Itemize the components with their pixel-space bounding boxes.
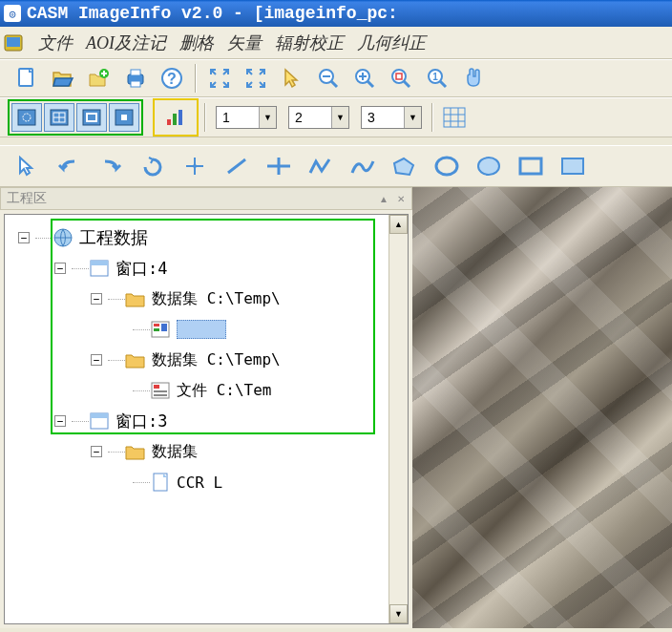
pan-button[interactable]	[458, 63, 489, 94]
redo-button[interactable]	[95, 151, 126, 181]
tree-dataset-row[interactable]: − 数据集 C:\Temp\	[9, 345, 404, 375]
ellipse-tool-button[interactable]	[431, 151, 462, 181]
chart-group	[153, 98, 199, 137]
toolbar-main: ? 1	[0, 59, 672, 97]
svg-rect-22	[121, 115, 127, 120]
undo-button[interactable]	[53, 151, 84, 181]
filled-ellipse-button[interactable]	[473, 151, 504, 181]
curve-tool-button[interactable]	[347, 151, 378, 181]
menu-geometric[interactable]: 几何纠正	[357, 32, 426, 54]
app-menu-icon[interactable]	[2, 32, 25, 53]
svg-rect-36	[154, 324, 159, 327]
zoom-region-button[interactable]	[386, 63, 416, 94]
view-mode-3-button[interactable]	[76, 103, 107, 132]
collapse-icon[interactable]: −	[54, 415, 66, 427]
svg-rect-26	[444, 108, 465, 127]
rotate-button[interactable]	[137, 151, 168, 181]
svg-rect-31	[562, 158, 583, 174]
menu-raster[interactable]: 删格	[179, 32, 214, 54]
histogram-button[interactable]	[162, 102, 189, 133]
band3-value: 3	[362, 110, 404, 125]
collapse-icon[interactable]: −	[91, 354, 102, 366]
tree-dataset-label: 数据集 C:\Temp\	[152, 350, 281, 370]
zoom-full-button[interactable]: 1	[422, 63, 452, 94]
tree-dataset-row[interactable]: − 数据集	[9, 436, 404, 467]
cross-tool-button[interactable]	[263, 151, 294, 181]
view-mode-4-button[interactable]	[109, 103, 139, 132]
collapse-icon[interactable]: −	[18, 232, 30, 243]
grid-button[interactable]	[439, 102, 470, 133]
band2-dropdown[interactable]: 2 ▼	[288, 106, 349, 129]
zoom-in-button[interactable]	[349, 63, 380, 94]
panel-title: 工程区	[7, 190, 47, 207]
tree-window-label: 窗口:4	[116, 258, 167, 280]
toolbar-separator	[431, 103, 433, 132]
toolbar-separator	[204, 103, 206, 132]
fit-window-button[interactable]	[204, 63, 235, 94]
line-tool-button[interactable]	[221, 151, 252, 181]
panel-min-button[interactable]: ▲	[377, 192, 390, 205]
menu-radiometric[interactable]: 辐射校正	[275, 32, 344, 54]
print-button[interactable]	[120, 63, 151, 94]
tree-dataset-row[interactable]: − 数据集 C:\Temp\	[9, 284, 404, 314]
tree-root-row[interactable]: − 工程数据	[9, 222, 404, 253]
view-mode-2-button[interactable]	[44, 103, 74, 132]
collapse-icon[interactable]: −	[91, 446, 102, 457]
scroll-down-button[interactable]: ▼	[389, 604, 408, 623]
help-button[interactable]: ?	[157, 63, 187, 94]
svg-rect-15	[18, 110, 35, 125]
tree-container: − 工程数据 − 窗口:4 −	[4, 214, 409, 624]
svg-text:?: ?	[167, 71, 177, 87]
collapse-icon[interactable]: −	[54, 263, 66, 274]
svg-rect-38	[161, 324, 167, 331]
rectangle-tool-button[interactable]	[515, 151, 546, 181]
tree-file-row[interactable]: CCR L	[9, 467, 404, 497]
tree-file-label: 文件 C:\Tem	[177, 381, 271, 401]
pointer-button[interactable]	[277, 63, 307, 94]
svg-rect-24	[173, 114, 177, 125]
svg-rect-5	[131, 70, 140, 75]
image-viewport[interactable]	[412, 187, 672, 628]
panel-close-button[interactable]: ✕	[394, 192, 408, 205]
select-tool-button[interactable]	[11, 151, 42, 181]
dropdown-arrow-icon: ▼	[259, 107, 276, 128]
band3-dropdown[interactable]: 3 ▼	[361, 106, 422, 129]
svg-rect-30	[520, 158, 541, 174]
collapse-icon[interactable]: −	[91, 293, 102, 305]
band1-dropdown[interactable]: 1 ▼	[216, 106, 277, 129]
menu-file[interactable]: 文件	[38, 32, 73, 54]
app-icon: ◎	[4, 5, 21, 22]
svg-point-28	[436, 158, 457, 175]
toolbar-view: 1 ▼ 2 ▼ 3 ▼	[0, 97, 672, 137]
view-mode-1-button[interactable]	[11, 103, 42, 132]
tree-file-row[interactable]	[9, 314, 404, 345]
svg-rect-19	[83, 110, 100, 125]
main-area: 工程区 ▲ ✕ − 工程数据 −	[0, 187, 672, 628]
tree-file-row[interactable]: 文件 C:\Tem	[9, 375, 404, 406]
polyline-tool-button[interactable]	[305, 151, 336, 181]
tree-window-row[interactable]: − 窗口:3	[9, 406, 404, 436]
expand-button[interactable]	[241, 63, 271, 94]
scroll-up-button[interactable]: ▲	[389, 215, 408, 234]
filled-rect-button[interactable]	[557, 151, 588, 181]
svg-rect-1	[7, 37, 20, 47]
menu-vector[interactable]: 矢量	[227, 32, 262, 54]
vertical-scrollbar[interactable]: ▲ ▼	[388, 215, 408, 623]
add-layer-button[interactable]	[84, 63, 115, 94]
new-button[interactable]	[11, 63, 42, 94]
app-title: CASM ImageInfo v2.0 - [imageinfo_pc:	[27, 4, 398, 23]
tree-window-label: 窗口:3	[116, 411, 167, 432]
menu-aoi[interactable]: AOI及注记	[86, 32, 166, 54]
svg-rect-37	[154, 328, 159, 331]
svg-text:1: 1	[432, 72, 438, 82]
zoom-out-button[interactable]	[313, 63, 344, 94]
polygon-tool-button[interactable]	[389, 151, 420, 181]
open-button[interactable]	[48, 63, 78, 94]
folder-icon	[125, 289, 146, 308]
add-point-button[interactable]	[179, 151, 210, 181]
toolbar-separator	[195, 64, 197, 93]
window-icon	[89, 259, 110, 278]
tree-window-row[interactable]: − 窗口:4	[9, 253, 404, 284]
project-tree[interactable]: − 工程数据 − 窗口:4 −	[5, 215, 408, 505]
svg-rect-44	[91, 413, 108, 418]
